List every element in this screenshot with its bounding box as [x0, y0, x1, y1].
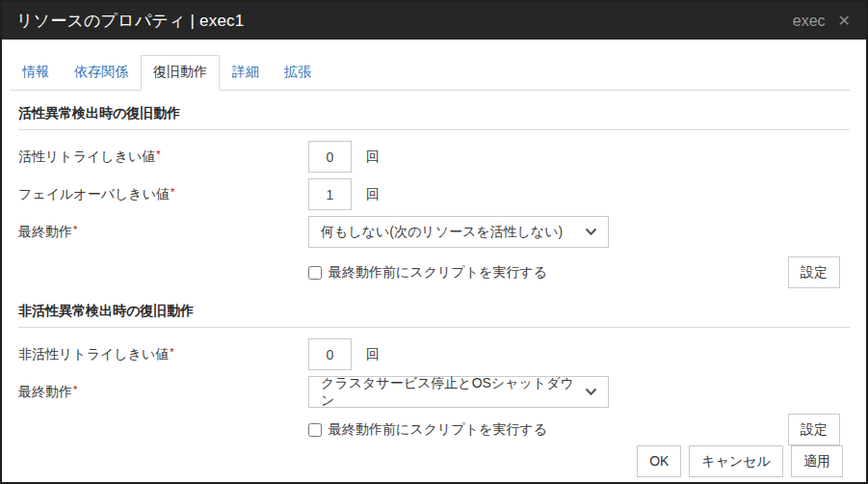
tab-recovery-operation[interactable]: 復旧動作 [141, 55, 220, 91]
field-row-activation-retry: 活性リトライしきい値* 回 [18, 141, 850, 173]
required-asterisk: * [73, 384, 77, 395]
settings-button-activation[interactable]: 設定 [788, 256, 840, 288]
final-action-select-deactivation[interactable]: クラスタサービス停止とOSシャットダウン [308, 376, 609, 408]
final-action-select-activation[interactable]: 何もしない(次のリソースを活性しない) [308, 216, 609, 248]
script-before-final-action-checkbox-activation[interactable] [308, 266, 322, 280]
select-value: クラスタサービス停止とOSシャットダウン [321, 375, 585, 410]
field-label: 最終動作* [18, 224, 308, 241]
dialog-footer: OK キャンセル 適用 [2, 445, 866, 484]
field-label: 非活性リトライしきい値* [18, 346, 308, 363]
chevron-down-icon [585, 228, 597, 236]
unit-label: 回 [366, 148, 380, 166]
apply-button[interactable]: 適用 [791, 445, 843, 477]
settings-button-deactivation[interactable]: 設定 [788, 414, 840, 445]
tab-info[interactable]: 情報 [10, 55, 62, 91]
script-row-deactivation: 最終動作前にスクリプトを実行する 設定 [18, 414, 850, 445]
dialog-content: 情報 依存関係 復旧動作 詳細 拡張 活性異常検出時の復旧動作 活性リトライしき… [2, 40, 866, 445]
cancel-button[interactable]: キャンセル [689, 445, 783, 477]
resource-tag-label: exec [793, 13, 826, 30]
field-label: 活性リトライしきい値* [18, 148, 308, 166]
field-row-final-action-activation: 最終動作* 何もしない(次のリソースを活性しない) [18, 216, 850, 248]
failover-threshold-input[interactable] [308, 178, 352, 210]
select-value: 何もしない(次のリソースを活性しない) [321, 224, 563, 241]
tab-bar: 情報 依存関係 復旧動作 詳細 拡張 [10, 55, 850, 91]
required-asterisk: * [170, 346, 173, 358]
section-heading-activation-failure: 活性異常検出時の復旧動作 [18, 105, 850, 130]
tab-dependency[interactable]: 依存関係 [62, 55, 141, 91]
close-icon[interactable]: ✕ [838, 13, 851, 29]
field-row-deactivation-retry: 非活性リトライしきい値* 回 [18, 338, 850, 370]
unit-label: 回 [366, 346, 380, 363]
script-checkbox-label[interactable]: 最終動作前にスクリプトを実行する [329, 264, 547, 282]
script-checkbox-label[interactable]: 最終動作前にスクリプトを実行する [329, 421, 547, 439]
field-row-final-action-deactivation: 最終動作* クラスタサービス停止とOSシャットダウン [18, 376, 850, 408]
dialog-titlebar: リソースのプロパティ | exec1 exec ✕ [2, 2, 866, 40]
unit-label: 回 [366, 186, 380, 203]
chevron-down-icon [585, 388, 597, 396]
field-label: フェイルオーバしきい値* [18, 186, 308, 203]
field-row-failover-threshold: フェイルオーバしきい値* 回 [18, 178, 850, 210]
script-row-activation: 最終動作前にスクリプトを実行する 設定 [18, 256, 850, 288]
required-asterisk: * [73, 224, 77, 235]
dialog-title: リソースのプロパティ | exec1 [16, 10, 244, 32]
tab-extension[interactable]: 拡張 [272, 55, 324, 91]
ok-button[interactable]: OK [637, 445, 681, 477]
deactivation-retry-threshold-input[interactable] [308, 338, 352, 370]
field-label: 最終動作* [18, 384, 308, 401]
activation-retry-threshold-input[interactable] [308, 141, 352, 173]
required-asterisk: * [156, 148, 160, 160]
section-heading-deactivation-failure: 非活性異常検出時の復旧動作 [18, 303, 850, 328]
script-before-final-action-checkbox-deactivation[interactable] [308, 423, 322, 437]
required-asterisk: * [171, 186, 174, 198]
tab-details[interactable]: 詳細 [220, 55, 272, 91]
resource-properties-dialog: リソースのプロパティ | exec1 exec ✕ 情報 依存関係 復旧動作 詳… [0, 0, 868, 484]
